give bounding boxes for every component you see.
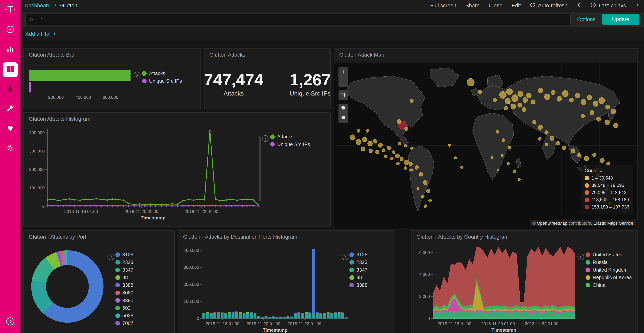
time-forward-button[interactable] <box>635 3 640 9</box>
legend-item[interactable]: 118,642 – 158,189 <box>584 197 629 202</box>
scrollbar-thumb[interactable] <box>259 136 261 201</box>
time-range-picker[interactable]: Last 7 days <box>590 2 626 9</box>
elastic-maps-service-link[interactable]: Elastic Maps Service <box>594 221 634 226</box>
search-query-input[interactable]: >_ * <box>26 14 570 25</box>
legend-label: United Kingdom <box>593 267 628 273</box>
legend-item[interactable]: 7007 <box>116 320 134 326</box>
polygon-tool-button[interactable] <box>338 104 348 113</box>
query-options-link[interactable]: Options <box>577 16 596 23</box>
legend-item[interactable]: Unique Src IPs <box>270 142 310 147</box>
breadcrumb-dashboard-link[interactable]: Dashboard <box>25 3 51 9</box>
add-filter-link[interactable]: Add a filter <box>26 31 51 37</box>
legend-item[interactable]: Russia <box>586 259 632 265</box>
legend-toggle[interactable] <box>578 254 584 260</box>
legend-label: 7007 <box>122 320 133 326</box>
legend-item[interactable]: 98 <box>116 275 134 280</box>
time-back-button[interactable] <box>576 3 582 9</box>
legend-item[interactable]: 2323 <box>116 259 134 265</box>
legend-item[interactable]: 502 <box>116 305 134 311</box>
legend-item[interactable]: 39,548 – 79,095 <box>584 183 629 188</box>
legend-item[interactable]: 2323 <box>350 259 368 265</box>
legend-item[interactable]: Attacks <box>270 134 310 139</box>
clone-button[interactable]: Clone <box>488 3 502 9</box>
legend-toggle[interactable] <box>262 135 268 142</box>
plus-icon[interactable]: + <box>53 31 56 37</box>
legend-dot <box>584 183 589 188</box>
legend-label: 3128 <box>356 252 368 257</box>
panel-title: Glutton Attack Map <box>334 49 638 60</box>
legend-label: 98 <box>122 275 128 280</box>
legend-toggle[interactable] <box>134 72 140 79</box>
bar-chart-icon <box>6 45 15 55</box>
legend-item[interactable]: 98 <box>350 275 368 280</box>
sidebar-item-visualize[interactable] <box>3 43 18 57</box>
chevron-down-icon[interactable] <box>600 169 602 172</box>
kibana-dashboard-app: { "colors":{"sidebar":"#e20074","accent_… <box>0 0 644 333</box>
dashboard-grid: Glutton Attacks Bar 200,000400,000600,00… <box>20 41 644 333</box>
terminal-prompt-icon: >_ <box>30 17 36 22</box>
bar-attacks[interactable] <box>29 70 130 81</box>
legend-item[interactable]: 3128 <box>350 252 368 257</box>
edit-button[interactable]: Edit <box>512 3 521 9</box>
legend-dot <box>586 268 590 272</box>
breadcrumb: Dashboard / Glutton <box>25 3 78 9</box>
sidebar-item-management[interactable] <box>3 141 18 156</box>
world-map[interactable]: + − Count 1 – 39,54839,548 – 79,09579,09… <box>334 63 638 228</box>
legend-label: 5038 <box>122 313 133 318</box>
legend-label: 3388 <box>356 282 368 288</box>
svg-text:6,000: 6,000 <box>419 250 430 255</box>
legend-item[interactable]: 3128 <box>116 252 134 257</box>
update-button[interactable]: Update <box>602 14 639 25</box>
legend-label: 3390 <box>122 298 133 303</box>
legend-item[interactable]: 3388 <box>116 282 134 288</box>
legend-item[interactable]: Unique Src IPs <box>142 78 182 84</box>
bug-icon <box>6 84 15 95</box>
legend-item[interactable]: 5038 <box>116 313 134 318</box>
zoom-out-button[interactable]: − <box>338 77 348 87</box>
legend-item[interactable]: 3388 <box>350 282 368 288</box>
sidebar-item-devtools[interactable] <box>3 102 18 116</box>
legend-item[interactable]: 8080 <box>116 290 134 295</box>
legend-item[interactable]: Attacks <box>142 71 182 76</box>
legend-item[interactable]: China <box>586 282 632 288</box>
legend-item[interactable]: 3347 <box>116 267 134 273</box>
sidebar-item-uptime[interactable] <box>3 121 18 136</box>
share-button[interactable]: Share <box>465 3 480 9</box>
sidebar-item-dashboard[interactable] <box>3 62 18 77</box>
legend-dot <box>116 268 120 272</box>
legend-item[interactable]: 158,189 – 197,736 <box>584 204 629 210</box>
legend-dot <box>350 260 354 265</box>
sidebar-item-monitoring[interactable] <box>3 82 18 97</box>
axis-tick-label: 400,000 <box>76 95 91 100</box>
legend-item[interactable]: 3347 <box>350 267 368 273</box>
rectangle-tool-button[interactable] <box>338 113 348 123</box>
legend-item[interactable]: United States <box>586 252 632 257</box>
legend-label: 2323 <box>122 259 133 265</box>
openstreetmap-link[interactable]: OpenStreetMap <box>537 221 567 226</box>
breadcrumb-current: Glutton <box>60 3 78 9</box>
legend-toggle[interactable] <box>108 254 114 260</box>
legend-item[interactable]: 3390 <box>116 298 134 303</box>
svg-text:2018-11-20 01:00: 2018-11-20 01:00 <box>481 321 515 326</box>
legend-dot <box>116 283 120 287</box>
bar-unique-src-ips[interactable] <box>29 82 31 93</box>
legend-item[interactable]: 79,095 – 118,642 <box>584 190 629 195</box>
zoom-in-button[interactable]: + <box>338 67 348 77</box>
polygon-icon <box>340 105 346 112</box>
legend-toggle[interactable] <box>342 254 348 260</box>
legend-dot <box>142 71 146 76</box>
legend-item[interactable]: United Kingdom <box>586 267 632 273</box>
svg-text:2018-11-22 01:00: 2018-11-22 01:00 <box>184 209 218 214</box>
sidebar-item-discover[interactable] <box>3 23 18 38</box>
auto-refresh-button[interactable]: Auto-refresh <box>530 2 567 9</box>
sidebar-collapse-button[interactable] <box>4 316 16 328</box>
wrench-icon <box>6 104 15 114</box>
legend-dot <box>116 252 120 257</box>
crop-tool-button[interactable] <box>338 90 348 100</box>
legend-item[interactable]: Republic of Korea <box>586 275 632 280</box>
legend-item[interactable]: 1 – 39,548 <box>584 176 629 181</box>
legend-label: 118,642 – 158,189 <box>592 197 629 202</box>
legend-label: 3347 <box>356 267 368 273</box>
fullscreen-button[interactable]: Full screen <box>430 3 456 9</box>
legend-dot <box>116 275 120 280</box>
